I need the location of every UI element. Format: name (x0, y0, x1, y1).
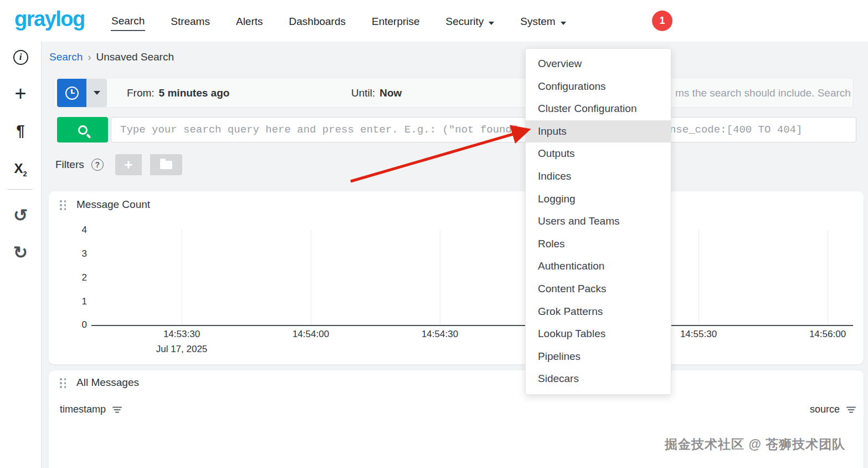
undo-icon[interactable]: ↺ (0, 207, 41, 225)
nav-system[interactable]: System (520, 11, 566, 30)
from-value: 5 minutes ago (159, 87, 230, 99)
menu-item-grok-patterns[interactable]: Grok Patterns (526, 301, 671, 323)
chart-gridline (440, 230, 440, 325)
timerange-button[interactable] (57, 79, 107, 107)
menu-item-authentication[interactable]: Authentication (526, 255, 671, 278)
chevron-down-icon (489, 22, 494, 25)
info-glyph: i (13, 50, 28, 65)
main-nav: Search Streams Alerts Dashboards Enterpr… (111, 0, 567, 42)
fields-sub-glyph: 2 (23, 170, 27, 178)
fields-x-glyph: X (14, 161, 23, 176)
x-tick-label: 14:56:00 (789, 329, 866, 340)
nav-dashboards[interactable]: Dashboards (289, 11, 346, 30)
x-tick-label: 14:55:30 (660, 329, 737, 340)
formatting-icon[interactable]: ¶ (0, 123, 41, 139)
sidebar-divider (8, 189, 32, 190)
timerange-caret-button[interactable] (86, 79, 107, 107)
nav-security-label: Security (446, 16, 484, 27)
search-icon (78, 125, 88, 135)
add-widget-icon[interactable]: + (0, 84, 41, 104)
saved-filters-button[interactable] (150, 154, 182, 175)
nav-streams[interactable]: Streams (170, 11, 210, 30)
menu-item-outputs[interactable]: Outputs (526, 143, 671, 165)
y-tick-label: 4 (63, 225, 87, 235)
breadcrumb-search-link[interactable]: Search (49, 51, 83, 63)
all-messages-widget: All Messages timestamp source (49, 370, 864, 468)
main-content: Search›Unsaved Search From:5 minutes ago… (42, 42, 868, 468)
chevron-down-icon (561, 22, 566, 25)
drag-handle-icon[interactable] (60, 200, 66, 210)
column-header-source[interactable]: source (810, 404, 856, 415)
column-header-timestamp[interactable]: timestamp (60, 404, 122, 415)
y-tick-label: 0 (63, 320, 87, 329)
search-submit-button[interactable] (57, 117, 108, 143)
menu-item-logging[interactable]: Logging (526, 188, 671, 211)
timerange-until[interactable]: Until:Now (351, 78, 402, 108)
nav-search[interactable]: Search (111, 11, 145, 31)
graylog-logo[interactable]: graylog (14, 7, 85, 31)
x-axis-date-label: Jul 17, 2025 (137, 344, 226, 355)
x-tick-label: 14:54:00 (272, 329, 350, 340)
y-tick-label: 2 (63, 273, 87, 282)
widget-title: Message Count (76, 199, 150, 211)
column-label: source (810, 404, 840, 415)
search-sidebar: i + ¶ X2 ↺ ↻ (0, 42, 42, 468)
search-query-input[interactable] (111, 117, 856, 143)
notification-badge[interactable]: 1 (652, 11, 672, 31)
nav-system-label: System (520, 16, 555, 27)
filters-label: Filters (55, 159, 84, 171)
chart-gridline (182, 230, 182, 325)
nav-security[interactable]: Security (445, 11, 495, 30)
message-count-widget: Message Count 4 3 2 1 0 14:53:30 14:54:0… (49, 191, 864, 364)
x-tick-label: 14:53:30 (143, 329, 220, 340)
chevron-down-icon (94, 91, 100, 95)
menu-item-roles[interactable]: Roles (526, 233, 671, 256)
menu-item-overview[interactable]: Overview (526, 53, 671, 75)
timerange-from[interactable]: From:5 minutes ago (127, 78, 229, 108)
folder-icon (160, 161, 172, 169)
menu-item-lookup-tables[interactable]: Lookup Tables (526, 323, 671, 345)
chart-gridline (828, 230, 828, 325)
widget-title: All Messages (76, 377, 139, 389)
drag-handle-icon[interactable] (60, 378, 66, 388)
breadcrumb-separator: › (88, 51, 91, 63)
from-label: From: (127, 87, 155, 99)
chart-gridline (698, 230, 699, 325)
redo-icon[interactable]: ↻ (0, 244, 41, 262)
filters-row: Filters ? + (55, 154, 182, 175)
menu-item-inputs[interactable]: Inputs (526, 120, 671, 143)
system-menu: Overview Configurations Cluster Configur… (525, 48, 671, 395)
sort-icon[interactable] (846, 406, 856, 414)
column-label: timestamp (60, 404, 106, 415)
menu-item-sidecars[interactable]: Sidecars (526, 368, 671, 390)
help-icon[interactable]: ? (91, 159, 104, 171)
menu-item-users-and-teams[interactable]: Users and Teams (526, 210, 671, 233)
y-tick-label: 3 (63, 249, 87, 258)
until-label: Until: (351, 87, 375, 99)
top-navbar: graylog Search Streams Alerts Dashboards… (0, 0, 868, 42)
menu-item-configurations[interactable]: Configurations (526, 75, 671, 98)
chart-x-axis (91, 325, 853, 326)
menu-item-content-packs[interactable]: Content Packs (526, 278, 671, 301)
fields-icon[interactable]: X2 (0, 161, 41, 181)
clock-icon (57, 79, 86, 107)
menu-item-pipelines[interactable]: Pipelines (526, 345, 671, 368)
until-value: Now (379, 87, 402, 99)
add-filter-button[interactable]: + (115, 154, 142, 175)
nav-enterprise[interactable]: Enterprise (371, 11, 420, 30)
streams-select-hint[interactable]: ms the search should include. Search (675, 78, 851, 108)
y-tick-label: 1 (63, 297, 87, 306)
menu-item-cluster-configuration[interactable]: Cluster Configuration (526, 98, 671, 120)
nav-alerts[interactable]: Alerts (235, 11, 264, 30)
info-icon[interactable]: i (0, 50, 41, 65)
chart-gridline (311, 230, 311, 325)
x-tick-label: 14:54:30 (401, 329, 479, 340)
breadcrumb-current: Unsaved Search (96, 51, 174, 63)
menu-item-indices[interactable]: Indices (526, 165, 671, 188)
watermark-text: 掘金技术社区 @ 苍狮技术团队 (665, 436, 845, 453)
timerange-bar: From:5 minutes ago Until:Now ms the sear… (54, 78, 854, 108)
sort-icon[interactable] (112, 406, 122, 414)
breadcrumb: Search›Unsaved Search (49, 51, 174, 63)
